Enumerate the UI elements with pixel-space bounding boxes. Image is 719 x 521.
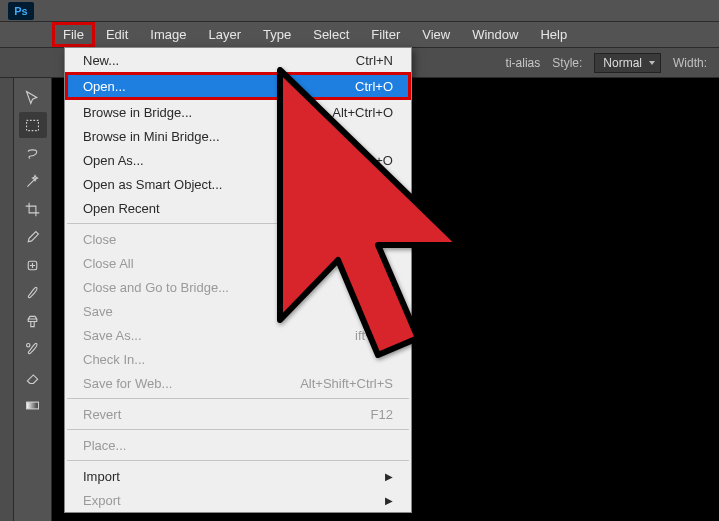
app-logo: Ps xyxy=(8,2,34,20)
file-menu-place: Place... xyxy=(65,433,411,457)
menu-item-label: Save xyxy=(83,304,113,319)
magic-wand-tool[interactable] xyxy=(19,168,47,194)
file-menu-check-in: Check In... xyxy=(65,347,411,371)
menu-layer[interactable]: Layer xyxy=(198,22,253,47)
file-menu-export: Export▶ xyxy=(65,488,411,512)
menu-item-label: Save As... xyxy=(83,328,142,343)
menu-item-label: Place... xyxy=(83,438,126,453)
menu-item-shortcut: ▶ xyxy=(385,203,393,214)
antialias-label-fragment: ti-alias xyxy=(506,56,541,70)
menu-item-label: Open as Smart Object... xyxy=(83,177,222,192)
file-menu-close-and-go-to-bridge: Close and Go to Bridge... xyxy=(65,275,411,299)
menu-separator xyxy=(67,460,409,461)
menu-item-label: Open... xyxy=(83,79,126,94)
clone-stamp-tool[interactable] xyxy=(19,308,47,334)
menu-item-shortcut: Ctrl+O xyxy=(355,79,393,94)
svg-rect-0 xyxy=(27,120,39,130)
healing-brush-tool[interactable] xyxy=(19,252,47,278)
menu-bar: FileEditImageLayerTypeSelectFilterViewWi… xyxy=(0,22,719,48)
file-menu-browse-in-mini-bridge[interactable]: Browse in Mini Bridge... xyxy=(65,124,411,148)
menu-help[interactable]: Help xyxy=(529,22,578,47)
menu-item-label: Browse in Bridge... xyxy=(83,105,192,120)
menu-item-shortcut: Alt+Ctrl+O xyxy=(332,105,393,120)
menu-item-label: Open Recent xyxy=(83,201,160,216)
menu-item-shortcut: ▶ xyxy=(385,471,393,482)
file-menu-open-recent[interactable]: Open Recent▶ xyxy=(65,196,411,220)
history-brush-tool[interactable] xyxy=(19,336,47,362)
menu-item-label: Close and Go to Bridge... xyxy=(83,280,229,295)
left-gutter xyxy=(0,78,14,521)
menu-item-label: Check In... xyxy=(83,352,145,367)
menu-item-label: New... xyxy=(83,53,119,68)
menu-item-shortcut: Ct xyxy=(380,304,393,319)
menu-window[interactable]: Window xyxy=(461,22,529,47)
menu-item-shortcut: F12 xyxy=(371,407,393,422)
width-label: Width: xyxy=(673,56,707,70)
menu-separator xyxy=(67,429,409,430)
menu-item-shortcut: ▶ xyxy=(385,495,393,506)
rect-marquee-tool[interactable] xyxy=(19,112,47,138)
menu-item-label: Import xyxy=(83,469,120,484)
menu-item-label: Revert xyxy=(83,407,121,422)
move-tool[interactable] xyxy=(19,84,47,110)
menu-select[interactable]: Select xyxy=(302,22,360,47)
menu-separator xyxy=(67,223,409,224)
tools-panel xyxy=(14,78,52,521)
file-menu-save-for-web: Save for Web...Alt+Shift+Ctrl+S xyxy=(65,371,411,395)
menu-item-label: Close xyxy=(83,232,116,247)
file-menu-open[interactable]: Open...Ctrl+O xyxy=(65,72,411,100)
menu-item-shortcut: Alt+Shift+Ctrl+S xyxy=(300,376,393,391)
style-select[interactable]: Normal xyxy=(594,53,661,73)
file-menu-close: Close xyxy=(65,227,411,251)
menu-item-label: Close All xyxy=(83,256,134,271)
eyedropper-tool[interactable] xyxy=(19,224,47,250)
file-menu-dropdown: New...Ctrl+NOpen...Ctrl+OBrowse in Bridg… xyxy=(64,47,412,513)
menu-item-label: Open As... xyxy=(83,153,144,168)
menu-type[interactable]: Type xyxy=(252,22,302,47)
menu-item-label: Export xyxy=(83,493,121,508)
file-menu-import[interactable]: Import▶ xyxy=(65,464,411,488)
style-label: Style: xyxy=(552,56,582,70)
menu-item-label: Browse in Mini Bridge... xyxy=(83,129,220,144)
file-menu-browse-in-bridge[interactable]: Browse in Bridge...Alt+Ctrl+O xyxy=(65,100,411,124)
file-menu-save-as: Save As...ift+Ctrl xyxy=(65,323,411,347)
file-menu-new[interactable]: New...Ctrl+N xyxy=(65,48,411,72)
svg-point-2 xyxy=(27,343,30,346)
menu-file[interactable]: File xyxy=(52,22,95,47)
menu-image[interactable]: Image xyxy=(139,22,197,47)
menu-item-shortcut: Alt +O xyxy=(357,153,394,168)
menu-edit[interactable]: Edit xyxy=(95,22,139,47)
file-menu-revert: RevertF12 xyxy=(65,402,411,426)
eraser-tool[interactable] xyxy=(19,364,47,390)
menu-item-shortcut: Ctrl+N xyxy=(356,53,393,68)
gradient-tool[interactable] xyxy=(19,392,47,418)
menu-separator xyxy=(67,398,409,399)
lasso-tool[interactable] xyxy=(19,140,47,166)
file-menu-open-as-smart-object[interactable]: Open as Smart Object... xyxy=(65,172,411,196)
menu-view[interactable]: View xyxy=(411,22,461,47)
file-menu-close-all: Close All xyxy=(65,251,411,275)
file-menu-open-as[interactable]: Open As...Alt +O xyxy=(65,148,411,172)
menu-filter[interactable]: Filter xyxy=(360,22,411,47)
menu-item-label: Save for Web... xyxy=(83,376,172,391)
svg-rect-3 xyxy=(27,402,39,409)
crop-tool[interactable] xyxy=(19,196,47,222)
file-menu-save: SaveCt xyxy=(65,299,411,323)
brush-tool[interactable] xyxy=(19,280,47,306)
title-bar: Ps xyxy=(0,0,719,22)
menu-item-shortcut: ift+Ctrl xyxy=(355,328,393,343)
